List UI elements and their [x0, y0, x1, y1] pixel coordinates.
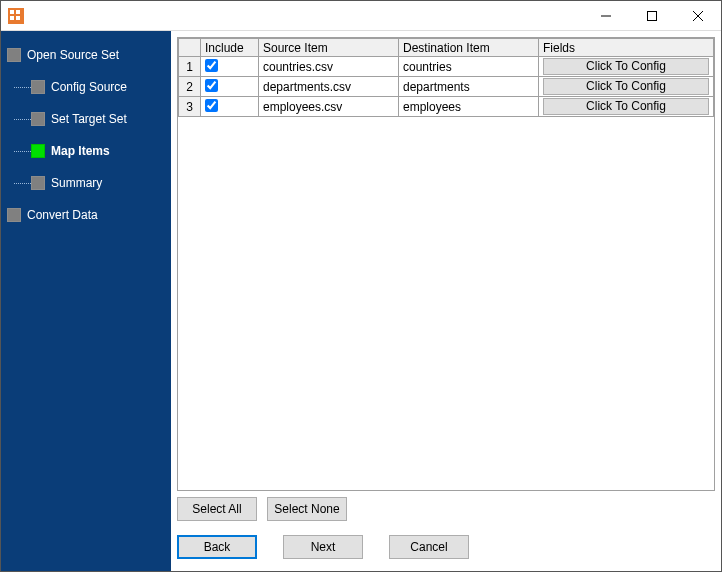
wizard-steps-sidebar: Open Source SetConfig SourceSet Target S… [1, 31, 171, 571]
wizard-step-label: Set Target Set [51, 112, 127, 126]
row-number: 1 [179, 57, 201, 77]
step-marker-icon [7, 208, 21, 222]
app-icon [8, 8, 24, 24]
step-marker-icon [31, 176, 45, 190]
wizard-step[interactable]: Open Source Set [1, 43, 171, 67]
step-marker-icon [31, 112, 45, 126]
items-grid: Include Source Item Destination Item Fie… [178, 38, 714, 117]
cancel-button[interactable]: Cancel [389, 535, 469, 559]
include-checkbox[interactable] [205, 79, 218, 92]
destination-item-cell[interactable]: countries [399, 57, 539, 77]
next-button[interactable]: Next [283, 535, 363, 559]
fields-cell: Click To Config [539, 57, 714, 77]
wizard-step-label: Open Source Set [27, 48, 119, 62]
col-header-source[interactable]: Source Item [259, 39, 399, 57]
wizard-step[interactable]: Convert Data [1, 203, 171, 227]
source-item-cell[interactable]: countries.csv [259, 57, 399, 77]
wizard-step-label: Summary [51, 176, 102, 190]
table-row: 3employees.csvemployeesClick To Config [179, 97, 714, 117]
include-cell [201, 57, 259, 77]
wizard-step-label: Map Items [51, 144, 110, 158]
close-button[interactable] [675, 1, 721, 31]
destination-item-cell[interactable]: employees [399, 97, 539, 117]
select-none-button[interactable]: Select None [267, 497, 347, 521]
source-item-cell[interactable]: employees.csv [259, 97, 399, 117]
include-checkbox[interactable] [205, 99, 218, 112]
col-header-rownum [179, 39, 201, 57]
back-button[interactable]: Back [177, 535, 257, 559]
table-row: 2departments.csvdepartmentsClick To Conf… [179, 77, 714, 97]
wizard-step[interactable]: Set Target Set [1, 107, 171, 131]
row-number: 2 [179, 77, 201, 97]
step-marker-icon [31, 144, 45, 158]
include-cell [201, 77, 259, 97]
config-fields-button[interactable]: Click To Config [543, 98, 709, 115]
wizard-step[interactable]: Map Items [1, 139, 171, 163]
col-header-destination[interactable]: Destination Item [399, 39, 539, 57]
table-row: 1countries.csvcountriesClick To Config [179, 57, 714, 77]
step-marker-icon [31, 80, 45, 94]
main-panel: Include Source Item Destination Item Fie… [171, 31, 721, 571]
include-checkbox[interactable] [205, 59, 218, 72]
fields-cell: Click To Config [539, 97, 714, 117]
fields-cell: Click To Config [539, 77, 714, 97]
select-all-button[interactable]: Select All [177, 497, 257, 521]
config-fields-button[interactable]: Click To Config [543, 78, 709, 95]
col-header-fields[interactable]: Fields [539, 39, 714, 57]
svg-rect-1 [648, 11, 657, 20]
wizard-step-label: Config Source [51, 80, 127, 94]
wizard-step[interactable]: Summary [1, 171, 171, 195]
config-fields-button[interactable]: Click To Config [543, 58, 709, 75]
items-grid-container: Include Source Item Destination Item Fie… [177, 37, 715, 491]
step-marker-icon [7, 48, 21, 62]
col-header-include[interactable]: Include [201, 39, 259, 57]
source-item-cell[interactable]: departments.csv [259, 77, 399, 97]
destination-item-cell[interactable]: departments [399, 77, 539, 97]
titlebar [1, 1, 721, 31]
minimize-button[interactable] [583, 1, 629, 31]
include-cell [201, 97, 259, 117]
maximize-button[interactable] [629, 1, 675, 31]
wizard-step-label: Convert Data [27, 208, 98, 222]
wizard-step[interactable]: Config Source [1, 75, 171, 99]
row-number: 3 [179, 97, 201, 117]
